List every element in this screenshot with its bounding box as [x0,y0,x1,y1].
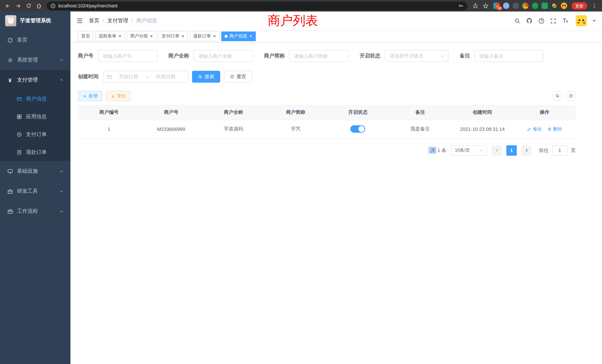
cell-create-time: 2021-10-23 08:31:14 [451,120,514,138]
help-icon[interactable] [538,18,545,24]
extension-icon[interactable] [532,3,538,9]
reload-button[interactable] [24,1,33,11]
breadcrumb-payment[interactable]: 支付管理 [108,17,128,24]
url-bar[interactable]: localhost:1024/pay/merchant [47,1,467,10]
add-button[interactable]: 新增 [78,91,102,101]
extension-icon[interactable] [503,3,509,9]
tab-merchant-info[interactable]: 商户信息 [221,31,256,41]
breadcrumb-current: 商户信息 [136,17,157,24]
sidebar-item-infra[interactable]: 基础设施 [0,161,70,181]
breadcrumb-home[interactable]: 首页 [89,17,99,24]
extension-icon[interactable] [551,3,558,9]
browser-menu-button[interactable] [589,1,599,11]
github-icon[interactable] [526,17,533,24]
menu-label: 系统管理 [17,57,38,63]
col-create-time: 创建时间 [451,105,514,120]
full-name-label: 商户全称 [168,53,194,59]
payment-submenu: 商户信息 应用信息 支付订单 [0,90,70,161]
tab-process-form[interactable]: 流程表单 [95,31,125,41]
sidebar-item-home[interactable]: 首页 [0,30,70,50]
sidebar-logo-row[interactable]: 芋道管理系统 [0,11,70,30]
pencil-icon [527,127,531,131]
home-button[interactable] [34,1,44,11]
extension-icon[interactable]: 10 [493,3,500,9]
sidebar-item-system[interactable]: 系统管理 [0,50,70,70]
extensions-row: 10 [493,3,567,9]
close-icon[interactable] [249,34,252,38]
app-logo [5,15,16,26]
edit-button-label: 修改 [533,126,542,132]
arrow-left-icon [5,3,11,9]
close-icon[interactable] [213,34,216,38]
extension-icon[interactable] [542,3,548,9]
site-info-icon[interactable] [50,3,56,8]
close-icon[interactable] [118,34,122,38]
tab-label: 商户信息 [229,33,247,39]
browser-update-button[interactable]: 更新 [572,2,587,10]
key-icon[interactable] [458,3,464,9]
hide-search-button[interactable] [553,91,562,101]
edit-button[interactable]: 修改 [527,126,542,132]
col-merchant-no: 商户号 [140,105,202,120]
monitor-icon [7,169,13,174]
delete-button[interactable]: 删除 [548,126,562,132]
export-button[interactable]: 导出 [106,91,130,101]
tab-user-group[interactable]: 用户分组 [127,31,156,41]
sidebar-item-workflow[interactable]: 工作流程 [0,201,70,221]
export-button-label: 导出 [117,93,126,99]
reset-button[interactable]: 重置 [224,71,252,83]
refresh-table-button[interactable] [566,91,576,101]
font-size-icon[interactable] [562,17,569,24]
cell-full-name: 芋道源码 [202,120,265,138]
page-size-select[interactable]: 10条/页 [451,145,487,156]
sidebar-item-refund-order[interactable]: 退款订单 [0,143,70,161]
forward-button[interactable] [13,1,23,11]
extension-icon[interactable] [522,3,529,9]
sidebar-toggle-button[interactable] [76,17,83,24]
briefcase-icon [7,208,13,214]
tab-pay-order[interactable]: 支付订单 [158,31,188,41]
table-toolbar: 新增 导出 [78,91,576,101]
search-button[interactable]: 搜索 [192,71,220,83]
page-1-button[interactable]: 1 [506,145,517,156]
end-date-placeholder: 结束日期 [152,73,179,80]
share-button[interactable] [470,1,480,11]
create-time-range-picker[interactable]: 开始日期 - 结束日期 [103,71,188,83]
tab-label: 流程表单 [99,33,116,39]
document-icon [16,150,22,155]
chevron-down-icon [480,148,484,152]
close-icon[interactable] [150,34,153,38]
tab-home[interactable]: 首页 [78,31,93,41]
close-icon[interactable] [181,34,185,38]
breadcrumb: 首页 / 支付管理 / 商户信息 [89,17,157,24]
next-page-button[interactable] [521,145,532,156]
extension-icon[interactable] [513,3,519,9]
chevron-left-icon [495,148,499,152]
share-icon [473,3,478,9]
prev-page-button[interactable] [492,145,502,156]
back-button[interactable] [3,1,13,11]
full-name-input[interactable] [194,50,253,62]
status-toggle[interactable] [351,125,365,133]
col-short-name: 商户简称 [265,105,327,120]
tab-refund-order[interactable]: 退款订单 [190,31,219,41]
search-form-row-2: 创建时间 开始日期 - 结束日期 [78,71,576,83]
sidebar-item-merchant-info[interactable]: 商户信息 [0,90,70,108]
sidebar-item-dev-tools[interactable]: 研发工具 [0,181,70,201]
page-size-value: 10条/页 [455,147,470,153]
merchant-no-input[interactable] [98,50,157,62]
sidebar-item-app-info[interactable]: 应用信息 [0,108,70,126]
goto-page-input[interactable] [552,145,567,156]
user-avatar[interactable] [576,15,587,26]
yen-icon: ¥ [7,77,13,83]
search-icon[interactable] [514,18,520,24]
sidebar-item-pay-order[interactable]: 支付订单 [0,126,70,143]
bookmark-button[interactable] [481,1,490,11]
remark-input[interactable] [474,50,543,62]
extension-icon[interactable] [561,3,567,9]
status-select[interactable]: 请选择开启状态 [385,50,449,62]
chevron-down-icon [60,169,63,173]
short-name-input[interactable] [289,50,348,62]
fullscreen-icon[interactable] [550,18,556,24]
sidebar-item-payment[interactable]: ¥ 支付管理 [0,70,70,90]
